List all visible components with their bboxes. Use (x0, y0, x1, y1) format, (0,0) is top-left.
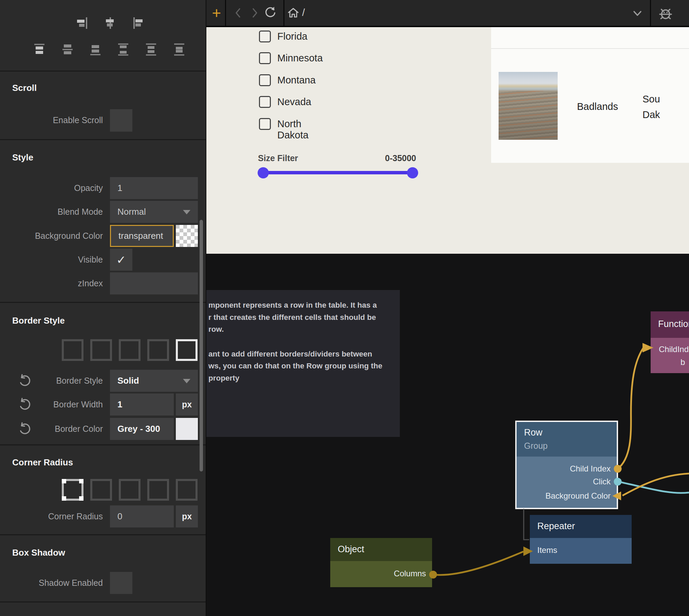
node-row-group[interactable]: Row Group Child Index Click Background C… (517, 422, 617, 508)
visible-checkbox[interactable]: ✓ (110, 249, 132, 271)
space-between-icon[interactable] (116, 42, 131, 57)
checkbox[interactable] (259, 96, 271, 108)
border-side-bottom-button[interactable] (176, 339, 198, 361)
reload-icon[interactable] (263, 5, 278, 20)
port-fragment-b[interactable]: b (681, 358, 685, 367)
size-filter-range: 0-35000 (342, 153, 416, 163)
port-background-color[interactable]: Background Color (545, 491, 611, 501)
url-path[interactable]: / (302, 7, 305, 18)
shadow-enabled-checkbox[interactable] (110, 572, 132, 594)
toolbar-divider (283, 0, 284, 26)
toolbar-divider (650, 0, 651, 26)
node-object[interactable]: Object Columns (330, 538, 432, 587)
node-body[interactable]: Columns (330, 561, 432, 587)
border-side-right-button[interactable] (147, 339, 169, 361)
zindex-input[interactable] (110, 272, 198, 294)
blend-mode-select[interactable]: Normal (110, 201, 198, 223)
node-body[interactable]: Items (530, 538, 632, 564)
wire-columns-to-items (433, 552, 523, 575)
justify-end-icon[interactable] (89, 42, 104, 57)
panel-scrollbar[interactable] (200, 220, 203, 471)
border-side-top-button[interactable] (119, 339, 141, 361)
wire-click-out (618, 482, 689, 493)
corner-radius-input[interactable]: 0 (110, 505, 174, 527)
justify-start-icon[interactable] (33, 42, 48, 57)
node-title: Object (338, 544, 364, 555)
node-repeater[interactable]: Repeater Items (530, 515, 632, 564)
corner-bottom-right-button[interactable] (176, 479, 198, 501)
justify-center-icon[interactable] (61, 42, 76, 57)
background-color-label: Background Color (15, 231, 103, 241)
node-title: Function (658, 319, 689, 329)
background-color-swatch[interactable] (176, 225, 198, 247)
home-icon[interactable] (286, 5, 301, 20)
node-body[interactable]: Child Index Click Background Color (517, 457, 617, 508)
wire-childindex-to-function (618, 348, 643, 469)
section-divider (0, 302, 206, 303)
checkbox[interactable] (259, 52, 271, 64)
border-side-all-button[interactable] (62, 339, 83, 361)
align-left-icon[interactable] (131, 16, 146, 31)
node-body[interactable]: ChildInde b (651, 338, 689, 373)
node-header[interactable]: Object (330, 538, 432, 561)
space-around-icon[interactable] (144, 42, 159, 57)
row-state-line1: Sou (643, 94, 660, 105)
debug-bug-icon[interactable] (657, 5, 674, 22)
corner-top-right-button[interactable] (119, 479, 141, 501)
box-shadow-section-title: Box Shadow (12, 547, 65, 558)
border-color-label: Border Color (15, 424, 103, 434)
border-width-unit[interactable]: px (176, 393, 198, 416)
space-evenly-icon[interactable] (172, 42, 187, 57)
corner-top-left-button[interactable] (90, 479, 112, 501)
node-graph-editor[interactable]: mponent represents a row in the table. I… (206, 254, 689, 616)
checkbox-label: Montana (277, 75, 316, 86)
align-right-icon[interactable] (76, 16, 91, 31)
section-divider (0, 444, 206, 445)
shadow-enabled-label: Shadow Enabled (15, 578, 103, 588)
background-color-input[interactable]: transparent (110, 225, 174, 247)
slider-handle-max[interactable] (407, 167, 418, 178)
node-title: Repeater (537, 521, 575, 532)
row-park-name[interactable]: Badlands (577, 101, 618, 112)
back-icon[interactable] (231, 5, 246, 20)
chevron-down-icon[interactable] (630, 6, 645, 21)
enable-scroll-checkbox[interactable] (110, 109, 132, 132)
border-color-input[interactable]: Grey - 300 (110, 418, 174, 440)
border-color-swatch[interactable] (176, 418, 198, 440)
port-childindex[interactable]: ChildInde (659, 345, 689, 354)
checkbox-label: Minnesota (277, 53, 323, 64)
slider-handle-min[interactable] (258, 167, 269, 178)
node-header[interactable]: Row Group (517, 422, 617, 457)
checkbox[interactable] (259, 31, 271, 42)
corner-radius-unit[interactable]: px (176, 505, 198, 527)
toolbar-divider (225, 0, 226, 26)
port-columns[interactable]: Columns (394, 569, 426, 578)
port-child-index[interactable]: Child Index (570, 464, 611, 474)
chevron-down-icon (183, 379, 190, 383)
checkbox[interactable] (259, 74, 271, 86)
size-filter-label: Size Filter (258, 153, 298, 163)
badlands-photo (499, 72, 558, 140)
border-style-section-title: Border Style (12, 315, 65, 326)
tooltip-line: row. (208, 325, 224, 333)
border-width-input[interactable]: 1 (110, 393, 174, 416)
node-header[interactable]: Repeater (530, 515, 632, 538)
border-style-select[interactable]: Solid (110, 370, 198, 392)
section-divider (0, 139, 206, 140)
border-side-left-button[interactable] (90, 339, 112, 361)
corner-all-button[interactable] (62, 479, 83, 501)
border-width-value: 1 (117, 399, 122, 410)
corner-bottom-left-button[interactable] (147, 479, 169, 501)
forward-icon[interactable] (247, 5, 262, 20)
checkbox[interactable] (259, 118, 271, 130)
port-click[interactable]: Click (593, 477, 611, 486)
node-header[interactable]: Function (651, 311, 689, 338)
corner-radius-section-title: Corner Radius (12, 457, 73, 468)
node-function[interactable]: Function ChildInde b (651, 311, 689, 373)
node-help-tooltip: mponent represents a row in the table. I… (206, 290, 400, 437)
opacity-input[interactable]: 1 (110, 177, 198, 199)
add-tab-button[interactable]: + (208, 0, 225, 26)
port-items[interactable]: Items (537, 545, 557, 555)
align-center-horizontal-icon[interactable] (103, 16, 118, 31)
size-filter-slider-track[interactable] (263, 171, 412, 174)
